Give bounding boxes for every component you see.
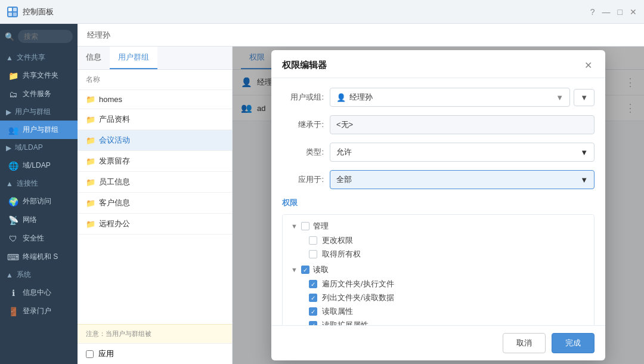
shield-icon: 🛡: [8, 234, 18, 243]
user-selector-value: 经理孙: [349, 92, 373, 103]
help-button[interactable]: ?: [590, 7, 595, 17]
form-row-user-group: 用户或组: 👤 经理孙 ▼ ▼: [282, 88, 595, 107]
folder-icon: 📁: [86, 220, 95, 229]
dropdown-arrow-icon: ▼: [556, 93, 564, 102]
sidebar-section-label-users-groups: 用户与群组: [15, 107, 51, 117]
dropdown-arrow-icon: ▼: [580, 148, 588, 157]
external-access-icon: 🌍: [8, 197, 18, 206]
form-control-user-group: 👤 经理孙 ▼ ▼: [330, 88, 595, 107]
perm-item-traverse: 遍历文件夹/执行文件: [309, 279, 586, 289]
apply-checkbox[interactable]: [86, 350, 94, 358]
perm-group-header-read[interactable]: ▼ 读取: [291, 264, 586, 275]
search-input[interactable]: [18, 30, 73, 43]
sidebar-section-header-domain[interactable]: ▶ 域/LDAP: [0, 139, 78, 156]
list-item-customers[interactable]: 📁 客户信息: [78, 193, 232, 214]
sidebar-section-header-users-groups[interactable]: ▶ 用户与群组: [0, 103, 78, 121]
checkbox-read-ext-attrs[interactable]: [309, 321, 317, 325]
list-item-remote[interactable]: 📁 远程办公: [78, 214, 232, 235]
sidebar-item-info-center[interactable]: ℹ 信息中心: [0, 283, 78, 302]
folder-icon: 📁: [8, 71, 18, 81]
apply-label: 应用: [98, 348, 114, 359]
perm-item-read-attrs: 读取属性: [309, 306, 586, 317]
list-header: 名称: [78, 70, 232, 90]
title-bar: 控制面板 ? — □ ✕: [0, 0, 644, 24]
modal-overlay: 权限编辑器 ✕ 用户或组: 👤 经理孙: [233, 47, 644, 364]
main-layout: 🔍 ▲ 文件共享 📁 共享文件夹 🗂 文件服务 ▶ 用户与群组: [0, 24, 644, 364]
title-bar-left: 控制面板: [7, 7, 54, 17]
checkbox-read-attrs[interactable]: [309, 307, 317, 316]
terminal-icon: ⌨: [8, 252, 18, 262]
sidebar-section-header-connectivity[interactable]: ▲ 连接性: [0, 175, 78, 192]
checkbox-read[interactable]: [301, 266, 309, 274]
list-item-invoices[interactable]: 📁 发票留存: [78, 151, 232, 172]
sidebar-search-bar[interactable]: 🔍: [0, 24, 78, 49]
breadcrumb-text: 经理孙: [87, 30, 110, 41]
type-select[interactable]: 允许 ▼: [330, 143, 595, 162]
sidebar-section-label-file-sharing: 文件共享: [17, 53, 45, 63]
close-button[interactable]: ✕: [630, 7, 637, 17]
perm-group-header-admin[interactable]: ▼ 管理: [291, 221, 586, 232]
sidebar-item-domain[interactable]: 🌐 域/LDAP: [0, 156, 78, 175]
sidebar-item-label: 登录门户: [23, 306, 51, 316]
tab-info[interactable]: 信息: [78, 47, 110, 69]
modal-close-button[interactable]: ✕: [581, 58, 595, 72]
modal-title: 权限编辑器: [282, 60, 327, 71]
checkbox-traverse[interactable]: [309, 280, 317, 288]
chevron-down-icon: ▲: [6, 271, 13, 279]
sidebar-item-external-access[interactable]: 🌍 外部访问: [0, 192, 78, 211]
sidebar-item-network[interactable]: 📡 网络: [0, 211, 78, 229]
apply-bar: 应用: [78, 343, 232, 364]
note-bar: 注意：当用户与群组被: [78, 324, 232, 343]
sidebar-item-file-services[interactable]: 🗂 文件服务: [0, 85, 78, 103]
chevron-down-icon: ▲: [6, 54, 13, 62]
user-selector[interactable]: 👤 经理孙 ▼: [330, 88, 570, 107]
sidebar-section-users-groups: ▶ 用户与群组 👥 用户与群组: [0, 103, 78, 139]
sidebar-item-shared-folders[interactable]: 📁 共享文件夹: [0, 66, 78, 85]
form-row-type: 类型: 允许 ▼: [282, 143, 595, 162]
filter-button[interactable]: ▼: [574, 89, 595, 106]
form-row-apply-to: 应用于: 全部 ▼: [282, 170, 595, 189]
form-control-type: 允许 ▼: [330, 143, 595, 162]
permissions-section-label: 权限: [282, 198, 595, 208]
confirm-button[interactable]: 完成: [552, 333, 595, 353]
sidebar-item-label: 信息中心: [23, 288, 51, 298]
svg-rect-3: [13, 13, 17, 16]
type-value: 允许: [336, 147, 352, 158]
checkbox-list-files[interactable]: [309, 294, 317, 302]
svg-rect-1: [13, 8, 17, 11]
list-item-homes[interactable]: 📁 homes: [78, 90, 232, 109]
list-item-products[interactable]: 📁 产品资料: [78, 109, 232, 130]
info-icon: ℹ: [8, 288, 18, 298]
folder-icon: 📁: [86, 199, 95, 208]
user-selector-icon: 👤: [336, 93, 346, 102]
sidebar-section-label-system: 系统: [17, 270, 31, 280]
search-icon: 🔍: [5, 32, 14, 41]
form-label-user-group: 用户或组:: [282, 92, 324, 103]
folder-icon: 📁: [86, 157, 95, 166]
chevron-right-icon: ▶: [6, 108, 11, 116]
list-item-meetings[interactable]: 📁 会议活动: [78, 130, 232, 151]
window-controls: ? — □ ✕: [590, 7, 637, 17]
apply-to-select[interactable]: 全部 ▼: [330, 170, 595, 189]
checkbox-change-perms[interactable]: [309, 236, 317, 245]
sidebar-item-security[interactable]: 🛡 安全性: [0, 229, 78, 248]
content-area: 经理孙 信息 用户群组 名称 📁 homes: [78, 24, 644, 364]
tab-user-groups[interactable]: 用户群组: [110, 47, 157, 69]
sidebar-item-users-groups[interactable]: 👥 用户与群组: [0, 121, 78, 139]
minimize-button[interactable]: —: [602, 7, 611, 17]
list-item-employees[interactable]: 📁 员工信息: [78, 172, 232, 193]
sidebar-section-header-system[interactable]: ▲ 系统: [0, 266, 78, 283]
checkbox-take-ownership[interactable]: [309, 250, 317, 258]
right-panel: 权限 新增 👤 经理孙 ⋮ 👥 ad ⋮: [233, 47, 644, 364]
cancel-button[interactable]: 取消: [503, 333, 546, 353]
checkbox-admin[interactable]: [301, 222, 309, 230]
modal-footer: 取消 完成: [271, 325, 605, 360]
sidebar-item-terminal[interactable]: ⌨ 终端机和 S: [0, 248, 78, 266]
sidebar-section-header-file-sharing[interactable]: ▲ 文件共享: [0, 49, 78, 66]
left-panel: 信息 用户群组 名称 📁 homes 📁 产品资料 📁 会议: [78, 47, 233, 364]
inherit-field: <无>: [330, 115, 595, 134]
permissions-scroll-area: ▼ 管理 更改权限: [282, 214, 595, 325]
maximize-button[interactable]: □: [618, 7, 623, 17]
sidebar-item-login-portal[interactable]: 🚪 登录门户: [0, 302, 78, 320]
sidebar-section-system: ▲ 系统 ℹ 信息中心 🚪 登录门户: [0, 266, 78, 320]
